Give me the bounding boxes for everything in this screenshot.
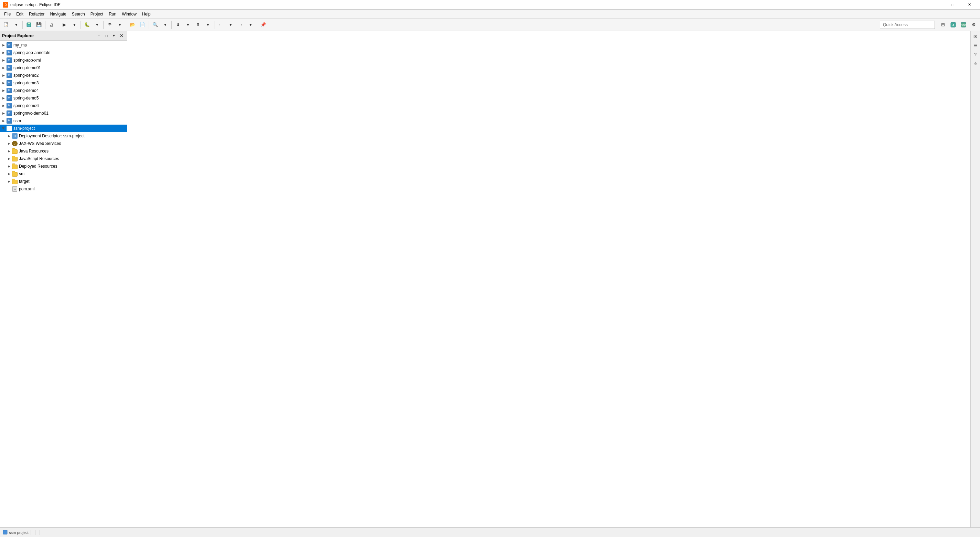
label-ssm-project: ssm-project [13, 126, 35, 131]
tree-item-deployed-resources[interactable]: ▶ Deployed Resources [0, 163, 127, 170]
minimize-button[interactable]: − [928, 1, 944, 9]
open-file-button[interactable]: 📂 [128, 20, 137, 30]
run-last-button[interactable]: ▶ [59, 20, 69, 30]
coverage-dropdown[interactable]: ▾ [115, 20, 124, 30]
tree-item-ssm[interactable]: ▶ ssm [0, 117, 127, 124]
view-menu-button[interactable]: ▾ [110, 32, 117, 39]
prev-annotation-dropdown[interactable]: ▾ [203, 20, 213, 30]
tree-item-pom-xml[interactable]: ▶ m pom.xml [0, 185, 127, 193]
new-button[interactable]: + [2, 20, 11, 30]
label-spring-demo6: spring-demo6 [13, 103, 38, 108]
right-sidebar-btn-3[interactable]: ? [971, 50, 980, 59]
expand-arrow-deployment[interactable]: ▶ [6, 133, 12, 139]
java-perspective-button[interactable]: J [948, 20, 958, 30]
tree-item-spring-aop-annotate[interactable]: ▶ spring-aop-annotate [0, 49, 127, 56]
label-spring-demo3: spring-demo3 [13, 81, 38, 85]
label-deployed-resources: Deployed Resources [19, 164, 57, 169]
expand-arrow-my-ms[interactable]: ▶ [1, 42, 6, 48]
new-dropdown[interactable]: ▾ [11, 20, 21, 30]
svg-text:JEE: JEE [961, 24, 966, 27]
menu-help[interactable]: Help [139, 10, 153, 18]
label-spring-demo2: spring-demo2 [13, 73, 38, 78]
tree-item-my-ms[interactable]: ▶ my_ms [0, 41, 127, 49]
forward-button[interactable]: → [236, 20, 245, 30]
menu-refactor[interactable]: Refactor [26, 10, 47, 18]
right-sidebar-btn-1[interactable]: ✉ [971, 32, 980, 41]
tree-item-java-resources[interactable]: ▶ Java Resources [0, 147, 127, 155]
minimize-panel-button[interactable]: − [95, 32, 102, 39]
svg-text:J: J [952, 24, 954, 27]
expand-arrow-spring-demo4[interactable]: ▶ [1, 88, 6, 93]
expand-arrow-java-resources[interactable]: ▶ [6, 148, 12, 154]
tree-item-spring-demo3[interactable]: ▶ spring-demo3 [0, 79, 127, 87]
perspective-open-button[interactable]: ⊞ [938, 20, 948, 30]
menu-project[interactable]: Project [88, 10, 106, 18]
expand-arrow-spring-demo01[interactable]: ▶ [1, 65, 6, 70]
debug-dropdown[interactable]: ▾ [92, 20, 102, 30]
settings-button[interactable]: ⚙ [969, 20, 978, 30]
save-all-button[interactable]: 💾 [34, 20, 44, 30]
tree-item-javascript-resources[interactable]: ▶ JavaScript Resources [0, 155, 127, 163]
tree-item-jax-ws[interactable]: ▶ J JAX-WS Web Services [0, 140, 127, 147]
tree-item-spring-demo01[interactable]: ▶ spring-demo01 [0, 64, 127, 72]
app-icon: ☽ [3, 2, 8, 8]
expand-arrow-spring-aop-annotate[interactable]: ▶ [1, 50, 6, 56]
debug-button[interactable]: 🐛 [82, 20, 92, 30]
expand-arrow-src[interactable]: ▶ [6, 171, 12, 177]
window-title: eclipse_setup - Eclipse IDE [10, 2, 928, 7]
maximize-panel-button[interactable]: □ [103, 32, 110, 39]
jee-perspective-button[interactable]: JEE [959, 20, 968, 30]
tree-item-springmvc-demo01[interactable]: ▶ springmvc-demo01 [0, 110, 127, 117]
next-annotation-dropdown[interactable]: ▾ [183, 20, 193, 30]
expand-arrow-ssm[interactable]: ▶ [1, 118, 6, 124]
tree-item-target[interactable]: ▶ target [0, 178, 127, 185]
label-spring-aop-annotate: spring-aop-annotate [13, 50, 50, 55]
maximize-button[interactable]: □ [945, 1, 961, 9]
back-dropdown[interactable]: ▾ [226, 20, 235, 30]
tree-item-spring-demo5[interactable]: ▶ spring-demo5 [0, 94, 127, 102]
expand-arrow-target[interactable]: ▶ [6, 178, 12, 184]
quick-access-input[interactable]: Quick Access [880, 21, 935, 29]
tree-item-deployment-descriptor[interactable]: ▶ D Deployment Descriptor: ssm-project [0, 132, 127, 140]
menu-edit[interactable]: Edit [13, 10, 26, 18]
expand-arrow-deployed-resources[interactable]: ▶ [6, 164, 12, 169]
expand-arrow-springmvc-demo01[interactable]: ▶ [1, 110, 6, 116]
status-separator-2 [35, 530, 35, 535]
tree-item-spring-aop-xml[interactable]: ▶ spring-aop-xml [0, 56, 127, 64]
tree-item-ssm-project[interactable]: ▶ ssm-project [0, 124, 127, 132]
menu-file[interactable]: File [2, 10, 13, 18]
menu-search[interactable]: Search [69, 10, 88, 18]
expand-arrow-ssm-project[interactable]: ▶ [1, 126, 6, 131]
expand-arrow-spring-aop-xml[interactable]: ▶ [1, 57, 6, 63]
right-sidebar-btn-2[interactable]: ☰ [971, 41, 980, 49]
tree-item-spring-demo6[interactable]: ▶ spring-demo6 [0, 102, 127, 110]
expand-arrow-javascript-resources[interactable]: ▶ [6, 156, 12, 161]
menu-navigate[interactable]: Navigate [47, 10, 69, 18]
expand-arrow-spring-demo3[interactable]: ▶ [1, 80, 6, 86]
run-dropdown[interactable]: ▾ [70, 20, 79, 30]
expand-arrow-spring-demo5[interactable]: ▶ [1, 96, 6, 101]
close-panel-button[interactable]: ✕ [118, 32, 125, 39]
save-button[interactable] [24, 20, 34, 30]
prev-annotation[interactable]: ⬆ [193, 20, 203, 30]
search-dropdown[interactable]: ▾ [160, 20, 170, 30]
menu-run[interactable]: Run [106, 10, 119, 18]
back-button[interactable]: ← [216, 20, 225, 30]
close-button[interactable]: ✕ [961, 1, 977, 9]
coverage-button[interactable]: ☂ [105, 20, 115, 30]
pin-editor-button[interactable]: 📌 [258, 20, 268, 30]
project-icon-spring-demo01 [6, 65, 13, 71]
forward-dropdown[interactable]: ▾ [246, 20, 255, 30]
print-button[interactable]: 🖨 [47, 20, 56, 30]
menu-window[interactable]: Window [119, 10, 139, 18]
next-annotation[interactable]: ⬇ [173, 20, 183, 30]
expand-arrow-spring-demo2[interactable]: ▶ [1, 73, 6, 78]
right-sidebar-btn-4[interactable]: ⚠ [971, 59, 980, 67]
expand-arrow-spring-demo6[interactable]: ▶ [1, 103, 6, 108]
tree-item-spring-demo2[interactable]: ▶ spring-demo2 [0, 72, 127, 79]
tree-item-spring-demo4[interactable]: ▶ spring-demo4 [0, 87, 127, 94]
open-type-button[interactable]: 📄 [138, 20, 147, 30]
expand-arrow-jax-ws[interactable]: ▶ [6, 141, 12, 146]
search-button[interactable]: 🔍 [150, 20, 160, 30]
tree-item-src[interactable]: ▶ src [0, 170, 127, 178]
